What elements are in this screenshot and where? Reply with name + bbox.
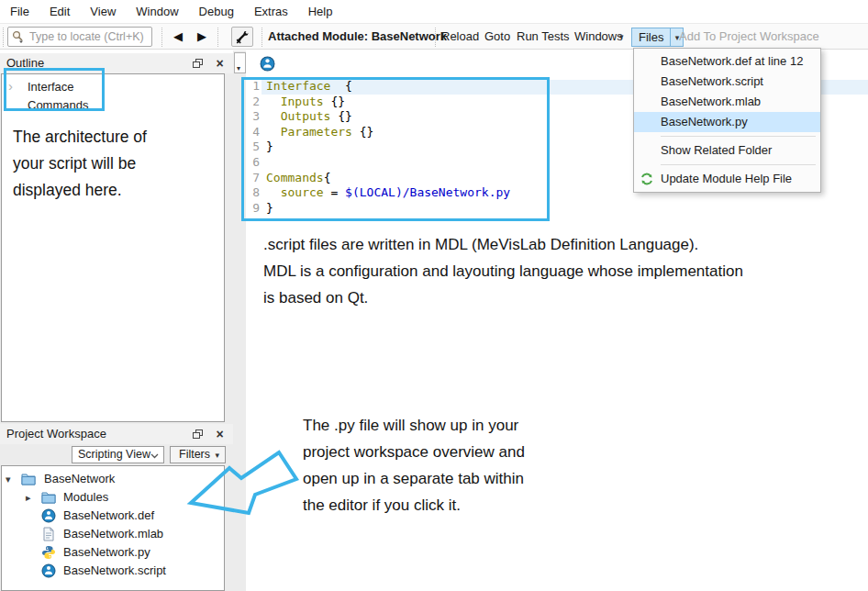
menu-window[interactable]: Window	[126, 1, 188, 22]
outline-tree: › Interface Commands The architecture of…	[1, 73, 225, 422]
tree-row-py[interactable]: BaseNetwork.py	[2, 543, 224, 562]
mevislab-file-icon	[41, 508, 56, 523]
mdl-annotation-text: .script files are written in MDL (MeVisL…	[263, 231, 743, 311]
document-icon	[41, 527, 56, 541]
files-button-label: Files	[632, 30, 670, 44]
python-file-icon	[41, 545, 56, 560]
folder-icon	[41, 490, 56, 504]
project-workspace-title: Project Workspace	[6, 427, 106, 440]
collapsed-icon[interactable]: ▸	[26, 488, 31, 507]
menu-extras[interactable]: Extras	[244, 1, 298, 22]
close-panel-button[interactable]: ×	[212, 56, 228, 71]
search-icon	[11, 29, 26, 44]
wrench-icon	[236, 30, 250, 44]
menu-item-show-related-folder[interactable]: Show Related Folder	[634, 140, 820, 161]
menu-separator	[661, 136, 816, 137]
toolbar: Type to locate (Ctrl+K) ◀ ▶ Attached Mod…	[0, 23, 868, 50]
menu-edit[interactable]: Edit	[39, 1, 80, 22]
toolbar-handle	[217, 28, 218, 47]
reload-button[interactable]: Reload	[441, 24, 479, 50]
package-folder-icon	[21, 472, 36, 485]
run-tests-button[interactable]: Run Tests	[517, 24, 570, 50]
expanded-icon[interactable]: ▾	[6, 470, 11, 488]
menu-help[interactable]: Help	[298, 1, 343, 22]
windows-caret-icon[interactable]: ▾	[619, 24, 624, 50]
mevislab-file-icon	[41, 563, 56, 578]
outline-highlight-box	[4, 68, 105, 111]
float-panel-button[interactable]	[190, 56, 206, 71]
chevron-down-icon	[150, 453, 159, 459]
files-dropdown-menu: BaseNetwork.def at line 12 BaseNetwork.s…	[633, 48, 821, 193]
tab-list-button[interactable]: ▾	[234, 52, 246, 73]
attached-module-label: Attached Module: BaseNetwork	[268, 24, 447, 50]
annotation-arrow-icon	[170, 440, 303, 523]
close-panel-button[interactable]: ×	[212, 427, 228, 441]
menu-item-script[interactable]: BaseNetwork.script	[634, 72, 820, 92]
menu-separator	[661, 164, 816, 165]
menu-debug[interactable]: Debug	[189, 1, 244, 22]
forward-button[interactable]: ▶	[193, 28, 211, 45]
add-to-project-workspace-button: Add To Project Workspace	[679, 24, 819, 50]
outline-panel: Outline × › Interface Commands The archi…	[0, 53, 233, 424]
toolbar-handle	[262, 28, 262, 47]
search-input[interactable]: Type to locate (Ctrl+K)	[7, 27, 152, 47]
files-button[interactable]: Files ▾	[631, 28, 684, 47]
float-icon	[193, 59, 203, 68]
toolbar-handle	[161, 28, 162, 47]
menu-item-mlab[interactable]: BaseNetwork.mlab	[634, 92, 820, 112]
search-placeholder: Type to locate (Ctrl+K)	[29, 30, 144, 43]
float-panel-button[interactable]	[190, 427, 206, 441]
menu-file[interactable]: File	[0, 1, 39, 22]
view-selector-dropdown[interactable]: Scripting View	[72, 446, 164, 463]
code-highlight-box	[241, 77, 550, 221]
refresh-icon	[640, 172, 654, 186]
mate-editor-window: File Edit View Window Debug Extras Help …	[0, 0, 868, 591]
goto-button[interactable]: Goto	[484, 24, 510, 50]
toolbar-handle	[3, 28, 4, 47]
menu-view[interactable]: View	[80, 1, 126, 22]
menu-item-update-module-help[interactable]: Update Module Help File	[634, 169, 820, 189]
tree-row-mlab[interactable]: BaseNetwork.mlab	[2, 525, 224, 543]
float-icon	[193, 429, 203, 439]
tools-button[interactable]	[231, 27, 253, 47]
caret-down-icon: ▾	[237, 64, 240, 72]
py-annotation-text: The .py file will show up in your projec…	[303, 412, 525, 519]
tree-row-script[interactable]: BaseNetwork.script	[2, 562, 224, 580]
menu-item-def[interactable]: BaseNetwork.def at line 12	[634, 51, 820, 72]
back-button[interactable]: ◀	[169, 28, 187, 45]
menu-bar: File Edit View Window Debug Extras Help	[0, 0, 868, 23]
outline-annotation-text: The architecture of your script will be …	[13, 124, 147, 204]
menu-item-py[interactable]: BaseNetwork.py	[634, 112, 820, 132]
editor-tab-mevislab-icon[interactable]	[260, 56, 275, 72]
windows-button[interactable]: Windows	[574, 24, 623, 50]
